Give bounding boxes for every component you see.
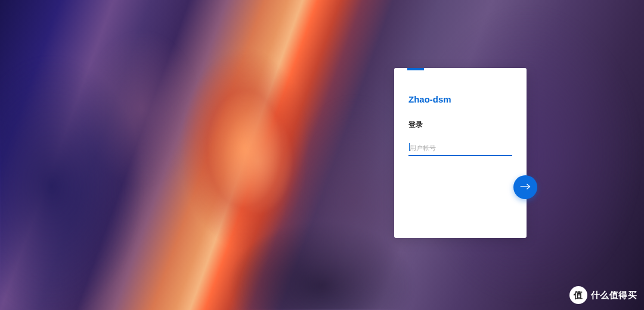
watermark: 值 什么值得买	[569, 286, 637, 304]
server-name: Zhao-dsm	[408, 94, 512, 104]
watermark-text: 什么值得买	[591, 290, 637, 301]
username-field-wrap	[408, 142, 512, 156]
arrow-right-icon	[519, 182, 531, 193]
watermark-badge-icon: 值	[569, 286, 587, 304]
background-canyon	[0, 0, 644, 310]
card-accent-bar	[407, 68, 424, 70]
login-card: Zhao-dsm 登录	[394, 68, 527, 238]
submit-button[interactable]	[513, 175, 537, 199]
username-input[interactable]	[408, 142, 512, 156]
login-title: 登录	[408, 120, 512, 130]
text-caret	[409, 143, 410, 151]
